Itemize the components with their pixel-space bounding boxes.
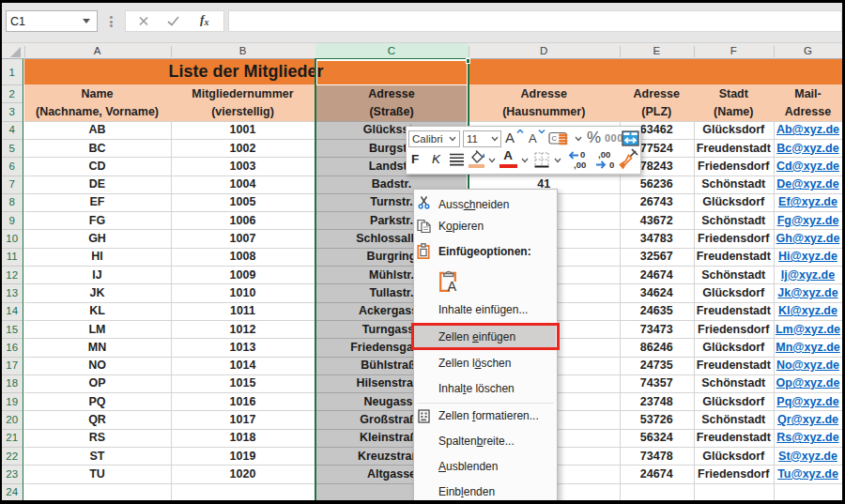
svg-text:0: 0: [609, 160, 614, 170]
svg-text:,00: ,00: [598, 149, 610, 160]
svg-text:A: A: [448, 279, 457, 293]
svg-text:C: C: [552, 134, 558, 143]
svg-text:0: 0: [580, 149, 585, 160]
svg-text:,00: ,00: [574, 160, 586, 170]
